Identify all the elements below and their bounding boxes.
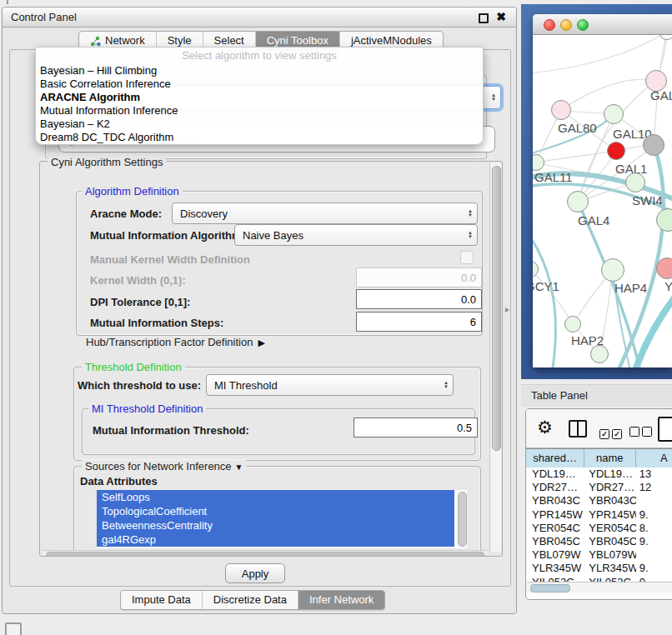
table-cell: YBR045C (584, 535, 636, 548)
algorithm-option[interactable]: ARACNE Algorithm (36, 91, 483, 104)
mi-steps-value: 6 (470, 316, 476, 328)
scrollbar-thumb[interactable] (530, 584, 570, 592)
network-node-label: GAL80 (558, 121, 597, 135)
table-row: YDR27…YDR27…12 (526, 481, 672, 494)
column-header[interactable]: A (636, 449, 672, 468)
scrollbar-thumb[interactable] (492, 166, 501, 451)
aracne-mode-combo[interactable]: Discovery ▲▼ (172, 202, 478, 224)
spinner-down-icon: ▼ (491, 98, 496, 102)
table-horizontal-scrollbar[interactable] (527, 582, 672, 592)
combo-spinner-icon: ▲▼ (464, 209, 477, 218)
combo-spinner-icon: ▲▼ (439, 381, 453, 389)
sources-group-label: Sources for Network Inference (85, 460, 232, 472)
unchecked-checkbox-icon (642, 427, 652, 437)
export-table-icon[interactable] (658, 417, 672, 442)
table-cell: 12 (636, 481, 672, 494)
network-node[interactable] (604, 104, 624, 124)
algorithm-option[interactable]: Bayesian – Hill Climbing (36, 64, 483, 78)
deselect-all-columns-button[interactable] (629, 425, 654, 440)
splitter-handle[interactable] (505, 308, 509, 312)
mi-steps-field[interactable]: 6 (356, 312, 482, 332)
tab-infer-network[interactable]: Infer Network (298, 591, 384, 609)
data-attributes-list[interactable]: SelfLoopsTopologicalCoefficientBetweenne… (97, 490, 467, 548)
table-panel-title: Table Panel (531, 389, 588, 402)
spinner-down-icon: ▼ (468, 213, 473, 218)
float-icon[interactable] (479, 13, 489, 23)
zoom-traffic-light[interactable] (577, 19, 589, 31)
table-cell: 8. (636, 522, 672, 535)
column-header[interactable]: shared… (526, 449, 584, 468)
mi-type-combo[interactable]: Naive Bayes ▲▼ (234, 224, 478, 246)
table-toolbar: ⚙ ✓✓ (526, 409, 672, 448)
gear-icon[interactable]: ⚙ (537, 417, 553, 438)
mi-threshold-label: Mutual Information Threshold: (93, 424, 249, 437)
table-cell: YBR045C (526, 535, 584, 548)
table-body[interactable]: YDL19…YDL19…13YDR27…YDR27…12YBR043CYBR04… (526, 468, 672, 582)
manual-kernel-checkbox[interactable] (460, 251, 474, 264)
table-row: YLR345WYLR345W9. (526, 562, 672, 575)
scrollbar-thumb[interactable] (46, 552, 484, 557)
attribute-option[interactable]: BetweennessCentrality (97, 518, 454, 532)
control-panel-title: Control Panel (11, 11, 77, 23)
network-node[interactable] (656, 258, 672, 279)
table-row: YER054CYER054C8. (526, 522, 672, 535)
table-row: YIL052CYIL052C0. (526, 576, 672, 582)
unchecked-checkbox-icon (629, 427, 639, 437)
network-node[interactable] (564, 316, 581, 332)
expand-right-icon: ▶ (258, 338, 264, 348)
network-node[interactable] (643, 134, 664, 156)
close-traffic-light[interactable] (544, 19, 555, 31)
which-threshold-label: Which threshold to use: (76, 379, 201, 392)
table-cell: YER054C (584, 522, 636, 535)
network-node[interactable] (607, 142, 625, 160)
attribute-option[interactable]: SelfLoops (97, 490, 454, 504)
column-header[interactable]: name (584, 449, 636, 468)
tab-impute-data[interactable]: Impute Data (121, 591, 203, 609)
dpi-tolerance-field[interactable]: 0.0 (356, 289, 482, 309)
attributes-scrollbar[interactable] (456, 490, 467, 548)
table-row: YBR045CYBR045C9. (526, 535, 672, 548)
network-node-label: GCY1 (533, 279, 559, 293)
data-attributes-label: Data Attributes (80, 475, 158, 488)
mi-threshold-field[interactable]: 0.5 (354, 418, 478, 438)
select-all-columns-button[interactable]: ✓✓ (599, 425, 624, 440)
table-cell: YBL079W (584, 548, 636, 562)
mi-threshold-group-label: MI Threshold Definition (88, 402, 206, 415)
tab-discretize-data-label: Discretize Data (213, 591, 287, 609)
settings-vertical-scrollbar[interactable] (489, 162, 501, 552)
algorithm-popup-list: Bayesian – Hill ClimbingBasic Correlatio… (36, 64, 483, 144)
table-row: YPR145WYPR145W9. (526, 508, 672, 522)
scrollbar-thumb[interactable] (458, 492, 467, 547)
hub-definition-toggle[interactable]: Hub/Transcription Factor Definition▶ (86, 336, 265, 348)
network-node[interactable] (625, 172, 645, 192)
aracne-mode-label: Aracne Mode: (90, 208, 162, 220)
algorithm-option[interactable]: Basic Correlation Inference (36, 78, 483, 91)
table-cell: YDL19… (526, 468, 584, 481)
network-node[interactable] (590, 345, 609, 363)
sources-group-toggle[interactable]: Sources for Network Inference▼ (82, 460, 246, 472)
minimize-traffic-light[interactable] (560, 19, 572, 31)
spinner-down-icon: ▼ (444, 385, 449, 389)
network-canvas[interactable]: GALGAL80GAL10GAL1SWI4GAL11GAL4GCY1HAP4YH… (533, 35, 672, 368)
network-node[interactable] (567, 191, 589, 212)
attribute-option[interactable]: TopologicalCoefficient (97, 504, 454, 518)
apply-button[interactable]: Apply (225, 563, 285, 583)
tab-discretize-data[interactable]: Discretize Data (203, 591, 298, 609)
settings-horizontal-scrollbar[interactable] (43, 550, 487, 557)
attribute-option[interactable]: gal4RGexp (97, 532, 454, 547)
tab-impute-data-label: Impute Data (132, 591, 191, 609)
network-node[interactable] (601, 258, 624, 282)
network-window: GALGAL80GAL10GAL1SWI4GAL11GAL4GCY1HAP4YH… (533, 14, 672, 368)
mi-type-value: Naive Bayes (235, 229, 464, 242)
columns-icon[interactable] (569, 420, 587, 438)
screen: Control Panel ✖ Network Style Select Cyn… (0, 0, 672, 635)
collapsed-panel-icon[interactable] (5, 622, 22, 635)
algorithm-option[interactable]: Mutual Information Inference (36, 104, 483, 118)
network-window-titlebar[interactable] (533, 14, 672, 35)
algorithm-popup: Select algorithm to view settings Bayesi… (35, 47, 484, 145)
which-threshold-combo[interactable]: MI Threshold ▲▼ (206, 374, 454, 396)
network-node[interactable] (551, 100, 571, 120)
close-icon[interactable]: ✖ (496, 10, 506, 23)
algorithm-option[interactable]: Dream8 DC_TDC Algorithm (36, 131, 483, 144)
algorithm-option[interactable]: Bayesian – K2 (36, 118, 483, 131)
